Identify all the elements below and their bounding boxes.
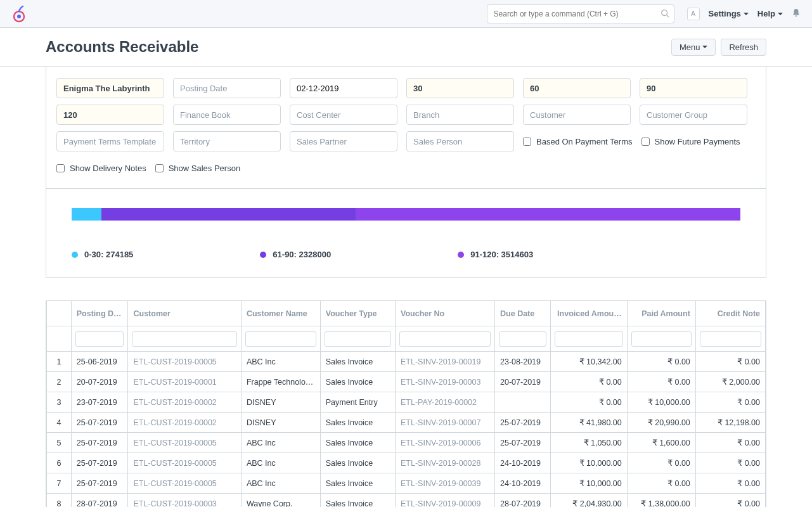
col-filter-voucher-no[interactable]	[399, 331, 491, 347]
avatar[interactable]: A	[687, 8, 700, 20]
col-due-date[interactable]: Due Date	[495, 301, 551, 326]
col-credit[interactable]: Credit Note	[695, 301, 765, 326]
filter-bar: Based On Payment Terms Show Future Payme…	[46, 67, 766, 189]
cell-due-date: 23-08-2019	[495, 352, 551, 372]
menu-button[interactable]: Menu	[671, 39, 716, 56]
row-index: 3	[47, 392, 72, 413]
cell-due-date: 25-07-2019	[495, 413, 551, 433]
cell-voucher-no[interactable]: ETL-PAY-2019-00002	[396, 392, 495, 413]
table-row[interactable]: 725-07-2019ETL-CUST-2019-00005ABC IncSal…	[47, 473, 766, 494]
row-index: 5	[47, 433, 72, 453]
svg-line-3	[666, 15, 669, 17]
sales-partner-filter[interactable]	[290, 131, 397, 151]
col-filter-paid[interactable]	[631, 331, 692, 347]
header-row: Posting D… Customer Customer Name Vouche…	[47, 301, 766, 326]
show-future-checkbox[interactable]: Show Future Payments	[641, 131, 740, 151]
caret-down-icon	[778, 13, 783, 15]
col-filter-posting-date[interactable]	[75, 331, 124, 347]
range4-filter[interactable]	[56, 105, 164, 125]
refresh-button[interactable]: Refresh	[721, 39, 766, 56]
col-voucher-type[interactable]: Voucher Type	[320, 301, 395, 326]
based-on-payment-checkbox[interactable]: Based On Payment Terms	[523, 131, 633, 151]
posting-date-label[interactable]	[173, 78, 281, 98]
col-filter-invoiced[interactable]	[555, 331, 623, 347]
top-navbar: A Settings Help	[0, 0, 812, 28]
cell-customer-name: ABC Inc	[241, 473, 320, 494]
sales-person-filter[interactable]	[406, 131, 514, 151]
cell-invoiced: ₹ 10,342.00	[550, 352, 627, 372]
col-filter-customer[interactable]	[132, 331, 236, 347]
col-customer[interactable]: Customer	[128, 301, 241, 326]
range3-filter[interactable]	[640, 78, 747, 98]
cell-paid: ₹ 1,38,000.00	[627, 494, 695, 508]
col-paid[interactable]: Paid Amount	[627, 301, 695, 326]
customer-filter[interactable]	[523, 105, 631, 125]
dot-icon	[260, 252, 266, 258]
cell-customer[interactable]: ETL-CUST-2019-00003	[128, 494, 241, 508]
cell-invoiced: ₹ 2,04,930.00	[550, 494, 627, 508]
cell-customer-name: ABC Inc	[241, 433, 320, 453]
col-voucher-no[interactable]: Voucher No	[396, 301, 495, 326]
table-row[interactable]: 525-07-2019ETL-CUST-2019-00005ABC IncSal…	[47, 433, 766, 453]
table-row[interactable]: 220-07-2019ETL-CUST-2019-00001Frappe Tec…	[47, 372, 766, 392]
bar-segment-91-120	[356, 208, 740, 221]
aging-chart: 0-30: 274185 61-90: 2328000 91-120: 3514…	[46, 189, 766, 278]
cell-customer[interactable]: ETL-CUST-2019-00001	[128, 372, 241, 392]
cell-voucher-no[interactable]: ETL-SINV-2019-00003	[396, 372, 495, 392]
cost-center-filter[interactable]	[290, 105, 397, 125]
cell-posting-date: 25-07-2019	[71, 473, 128, 494]
table-row[interactable]: 125-06-2019ETL-CUST-2019-00005ABC IncSal…	[47, 352, 766, 372]
col-invoiced[interactable]: Invoiced Amou…	[550, 301, 627, 326]
cell-voucher-no[interactable]: ETL-SINV-2019-00028	[396, 453, 495, 473]
show-delivery-checkbox[interactable]: Show Delivery Notes	[56, 158, 146, 178]
cell-voucher-no[interactable]: ETL-SINV-2019-00039	[396, 473, 495, 494]
legend-61-90: 61-90: 2328000	[260, 250, 331, 259]
posting-date-filter[interactable]	[290, 78, 397, 98]
chart-legend: 0-30: 274185 61-90: 2328000 91-120: 3514…	[72, 250, 740, 259]
notifications-icon[interactable]	[792, 8, 801, 19]
cell-voucher-no[interactable]: ETL-SINV-2019-00007	[396, 413, 495, 433]
cell-customer[interactable]: ETL-CUST-2019-00005	[128, 433, 241, 453]
row-index: 7	[47, 473, 72, 494]
settings-menu[interactable]: Settings	[709, 9, 749, 18]
help-menu[interactable]: Help	[757, 9, 783, 18]
cell-voucher-type: Sales Invoice	[320, 413, 395, 433]
table-row[interactable]: 828-07-2019ETL-CUST-2019-00003Wayne Corp…	[47, 494, 766, 508]
cell-posting-date: 25-06-2019	[71, 352, 128, 372]
territory-filter[interactable]	[173, 131, 281, 151]
payment-terms-filter[interactable]	[56, 131, 164, 151]
cell-customer[interactable]: ETL-CUST-2019-00005	[128, 473, 241, 494]
col-posting-date[interactable]: Posting D…	[71, 301, 128, 326]
finance-book-filter[interactable]	[173, 105, 281, 125]
cell-voucher-no[interactable]: ETL-SINV-2019-00006	[396, 433, 495, 453]
cell-invoiced: ₹ 41,980.00	[550, 413, 627, 433]
range2-filter[interactable]	[523, 78, 631, 98]
cell-customer[interactable]: ETL-CUST-2019-00005	[128, 453, 241, 473]
range1-filter[interactable]	[406, 78, 514, 98]
col-filter-credit[interactable]	[700, 331, 761, 347]
cell-customer-name: ABC Inc	[241, 352, 320, 372]
branch-filter[interactable]	[406, 105, 514, 125]
column-filter-row	[47, 326, 766, 352]
col-customer-name[interactable]: Customer Name	[241, 301, 320, 326]
customer-group-filter[interactable]	[640, 105, 747, 125]
cell-customer[interactable]: ETL-CUST-2019-00005	[128, 352, 241, 372]
col-filter-voucher-type[interactable]	[325, 331, 391, 347]
row-index: 6	[47, 453, 72, 473]
cell-due-date: 25-07-2019	[495, 433, 551, 453]
show-sales-person-checkbox[interactable]: Show Sales Person	[155, 158, 240, 178]
cell-customer[interactable]: ETL-CUST-2019-00002	[128, 413, 241, 433]
global-search-input[interactable]	[487, 4, 674, 23]
table-row[interactable]: 425-07-2019ETL-CUST-2019-00002DISNEYSale…	[47, 413, 766, 433]
col-filter-due-date[interactable]	[499, 331, 546, 347]
table-row[interactable]: 625-07-2019ETL-CUST-2019-00005ABC IncSal…	[47, 453, 766, 473]
company-filter[interactable]	[56, 78, 164, 98]
cell-customer-name: DISNEY	[241, 413, 320, 433]
cell-voucher-no[interactable]: ETL-SINV-2019-00009	[396, 494, 495, 508]
col-filter-customer-name[interactable]	[245, 331, 316, 347]
page-title: Accounts Receivable	[46, 38, 198, 56]
cell-paid: ₹ 0.00	[627, 473, 695, 494]
cell-voucher-no[interactable]: ETL-SINV-2019-00019	[396, 352, 495, 372]
cell-customer[interactable]: ETL-CUST-2019-00002	[128, 392, 241, 413]
table-row[interactable]: 323-07-2019ETL-CUST-2019-00002DISNEYPaym…	[47, 392, 766, 413]
